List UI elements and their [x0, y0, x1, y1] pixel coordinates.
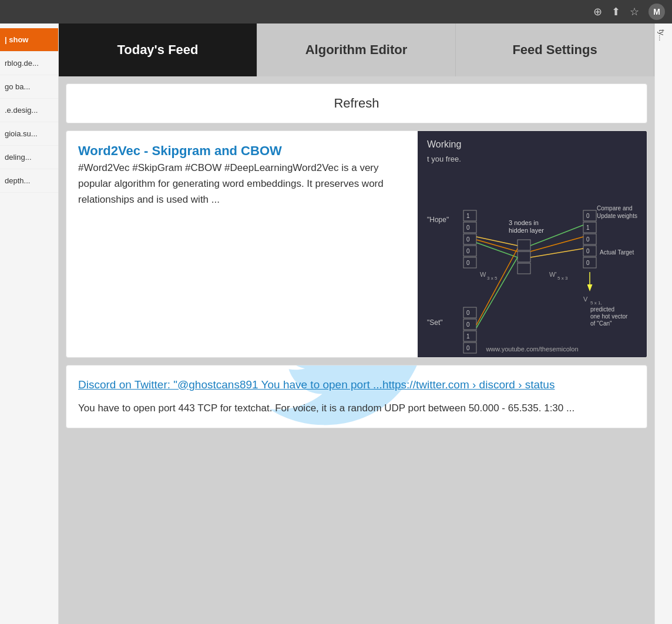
sidebar-item-show[interactable]: | show [0, 28, 58, 52]
svg-text:one hot vector: one hot vector [590, 313, 628, 320]
svg-text:"Hope": "Hope" [427, 216, 449, 224]
browser-chrome: ⊕ ⬆ ☆ M [0, 0, 672, 24]
svg-text:"Set": "Set" [427, 318, 443, 327]
svg-text:5 x 3: 5 x 3 [557, 276, 568, 281]
feed-card-word2vec: Word2Vec - Skipgram and CBOW #Word2Vec #… [66, 130, 647, 358]
svg-text:0: 0 [466, 345, 470, 351]
svg-text:0: 0 [466, 321, 470, 328]
svg-text:W: W [480, 271, 486, 278]
svg-text:3 x 5: 3 x 5 [487, 276, 498, 281]
feed-card-discord: Discord on Twitter: "@ghostcans891 You h… [66, 365, 647, 428]
svg-text:Actual Target: Actual Target [600, 249, 634, 256]
svg-text:0: 0 [466, 248, 470, 254]
svg-text:0: 0 [586, 236, 590, 243]
nn-diagram-svg: Working t you free. "Hope" "Set" 1 0 0 [418, 131, 647, 357]
zoom-icon[interactable]: ⊕ [593, 5, 602, 18]
content-area: Refresh Word2Vec - Skipgram and CBOW #Wo… [59, 76, 654, 624]
main-panel: Today's Feed Algorithm Editor Feed Setti… [59, 24, 654, 624]
share-icon[interactable]: ⬆ [611, 5, 620, 18]
svg-text:0: 0 [586, 248, 590, 254]
svg-text:1: 1 [586, 224, 590, 231]
svg-text:0: 0 [466, 260, 470, 266]
svg-rect-0 [418, 131, 647, 357]
svg-text:0: 0 [466, 224, 470, 231]
svg-text:t you free.: t you free. [427, 155, 461, 163]
svg-text:0: 0 [586, 213, 590, 219]
sidebar-item-depth[interactable]: depth... [0, 169, 58, 193]
svg-text:www.youtube.com/thesemicolon: www.youtube.com/thesemicolon [485, 345, 578, 353]
svg-text:0: 0 [586, 260, 590, 266]
svg-text:hidden layer: hidden layer [509, 227, 544, 234]
refresh-button[interactable]: Refresh [334, 96, 379, 111]
left-sidebar: | show rblog.de... go ba... .e.desig... … [0, 24, 59, 624]
tab-today-feed[interactable]: Today's Feed [59, 24, 257, 76]
svg-text:3 nodes in: 3 nodes in [509, 219, 539, 226]
feed-image-word2vec: Working t you free. "Hope" "Set" 1 0 0 [418, 131, 647, 357]
svg-text:Working: Working [427, 139, 461, 149]
tab-algorithm-editor[interactable]: Algorithm Editor [257, 24, 456, 76]
svg-text:1: 1 [466, 333, 470, 340]
feed-title-discord[interactable]: Discord on Twitter: "@ghostcans891 You h… [78, 377, 635, 393]
user-avatar[interactable]: M [649, 4, 665, 20]
svg-text:Compare and: Compare and [597, 205, 633, 212]
feed-text-word2vec: Word2Vec - Skipgram and CBOW #Word2Vec #… [66, 131, 418, 357]
tab-feed-settings[interactable]: Feed Settings [456, 24, 654, 76]
right-sidebar-text: ty... [655, 24, 668, 47]
sidebar-item-modeling[interactable]: deling... [0, 146, 58, 169]
tab-bar: Today's Feed Algorithm Editor Feed Setti… [59, 24, 654, 76]
twitter-content: Discord on Twitter: "@ghostcans891 You h… [66, 365, 647, 428]
refresh-card: Refresh [66, 83, 647, 123]
sidebar-item-blog[interactable]: rblog.de... [0, 52, 58, 75]
svg-text:Update weights: Update weights [597, 213, 637, 219]
svg-text:5 x 1,: 5 x 1, [590, 300, 602, 306]
feed-desc-discord: You have to open port 443 TCP for textch… [78, 400, 635, 416]
feed-title-word2vec[interactable]: Word2Vec - Skipgram and CBOW [78, 143, 282, 158]
svg-text:0: 0 [466, 236, 470, 243]
sidebar-item-design[interactable]: .e.desig... [0, 99, 58, 122]
svg-text:V: V [583, 296, 588, 303]
svg-text:W': W' [549, 271, 556, 278]
sidebar-item-gioia[interactable]: gioia.su... [0, 122, 58, 146]
main-layout: | show rblog.de... go ba... .e.desig... … [0, 24, 672, 624]
feed-desc-word2vec: #Word2Vec #SkipGram #CBOW #DeepLearningW… [78, 160, 406, 208]
right-sidebar: ty... [654, 24, 672, 624]
svg-text:predicted: predicted [590, 306, 614, 313]
bookmark-icon[interactable]: ☆ [630, 5, 639, 18]
svg-text:of "Can": of "Can" [590, 320, 612, 327]
sidebar-item-go-back[interactable]: go ba... [0, 75, 58, 99]
svg-text:1: 1 [466, 213, 470, 219]
svg-text:0: 0 [466, 310, 470, 316]
